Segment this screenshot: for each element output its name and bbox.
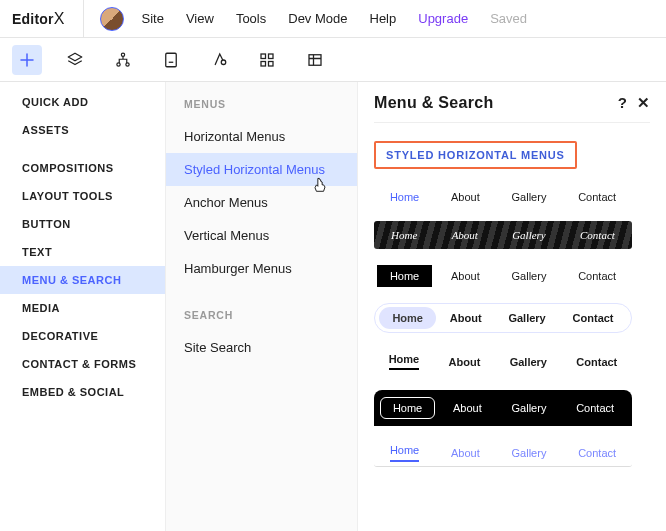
layers-tool[interactable] bbox=[60, 45, 90, 75]
svg-point-2 bbox=[126, 62, 129, 65]
menu-item: Contact bbox=[564, 398, 626, 418]
panel-close-button[interactable]: ✕ bbox=[637, 94, 650, 112]
svg-rect-9 bbox=[309, 54, 321, 65]
menu-item: Contact bbox=[578, 447, 616, 459]
menu-devmode[interactable]: Dev Mode bbox=[288, 11, 347, 26]
menu-preview-3[interactable]: Home About Gallery Contact bbox=[374, 259, 632, 293]
logo: EditorX bbox=[10, 10, 75, 28]
subcategory-column: MENUS Horizontal Menus Styled Horizontal… bbox=[166, 82, 358, 531]
menu-item: About bbox=[437, 307, 495, 329]
content-panel: Menu & Search ? ✕ STYLED HORIZONTAL MENU… bbox=[358, 82, 666, 531]
sidebar-item-contact-forms[interactable]: CONTACT & FORMS bbox=[0, 350, 165, 378]
menu-item: Home bbox=[390, 191, 419, 203]
menu-preview-6[interactable]: Home About Gallery Contact bbox=[374, 390, 632, 426]
menu-item: About bbox=[449, 356, 481, 368]
theme-icon bbox=[210, 51, 228, 69]
grid-tool[interactable] bbox=[252, 45, 282, 75]
menu-help[interactable]: Help bbox=[370, 11, 397, 26]
main-area: QUICK ADD ASSETS COMPOSITIONS LAYOUT TOO… bbox=[0, 82, 666, 531]
section-label: STYLED HORIZONTAL MENUS bbox=[374, 141, 577, 169]
sidebar-item-assets[interactable]: ASSETS bbox=[0, 116, 165, 144]
sidebar-item-compositions[interactable]: COMPOSITIONS bbox=[0, 154, 165, 182]
sub-item-vertical[interactable]: Vertical Menus bbox=[166, 219, 357, 252]
menu-preview-2[interactable]: Home About Gallery Contact bbox=[374, 221, 632, 249]
panel-header: Menu & Search ? ✕ bbox=[374, 94, 650, 123]
menu-item: Gallery bbox=[512, 191, 547, 203]
menu-preview-1[interactable]: Home About Gallery Contact bbox=[374, 183, 632, 211]
menu-preview-7[interactable]: Home About Gallery Contact bbox=[374, 436, 632, 467]
menu-tools[interactable]: Tools bbox=[236, 11, 266, 26]
menu-item: About bbox=[438, 265, 493, 287]
sidebar-item-embed-social[interactable]: EMBED & SOCIAL bbox=[0, 378, 165, 406]
tool-row bbox=[0, 38, 666, 82]
menu-item: Gallery bbox=[510, 356, 547, 368]
menu-item: Home bbox=[390, 444, 419, 462]
sidebar-item-quick-add[interactable]: QUICK ADD bbox=[0, 88, 165, 116]
menu-item: Contact bbox=[560, 307, 627, 329]
menu-item: Home bbox=[380, 397, 435, 419]
svg-point-1 bbox=[117, 62, 120, 65]
hierarchy-icon bbox=[114, 51, 132, 69]
svg-rect-3 bbox=[166, 53, 177, 67]
svg-point-4 bbox=[221, 60, 226, 65]
sub-head-search: SEARCH bbox=[166, 299, 357, 331]
menu-item: Contact bbox=[578, 191, 616, 203]
grid-icon bbox=[258, 51, 276, 69]
menu-item: Gallery bbox=[500, 398, 559, 418]
left-sidebar: QUICK ADD ASSETS COMPOSITIONS LAYOUT TOO… bbox=[0, 82, 166, 531]
svg-rect-5 bbox=[261, 54, 266, 59]
svg-rect-8 bbox=[269, 61, 274, 66]
sub-head-menus: MENUS bbox=[166, 88, 357, 120]
menu-saved: Saved bbox=[490, 11, 527, 26]
top-menu: Site View Tools Dev Mode Help Upgrade Sa… bbox=[132, 11, 527, 26]
top-bar: EditorX Site View Tools Dev Mode Help Up… bbox=[0, 0, 666, 38]
section-label-wrap: STYLED HORIZONTAL MENUS bbox=[374, 141, 650, 169]
menu-item: Gallery bbox=[499, 265, 560, 287]
sub-item-site-search[interactable]: Site Search bbox=[166, 331, 357, 364]
panel-help-button[interactable]: ? bbox=[618, 94, 627, 112]
sub-item-anchor[interactable]: Anchor Menus bbox=[166, 186, 357, 219]
menu-upgrade[interactable]: Upgrade bbox=[418, 11, 468, 26]
layers-icon bbox=[66, 51, 84, 69]
menu-item: Home bbox=[379, 307, 436, 329]
sidebar-item-text[interactable]: TEXT bbox=[0, 238, 165, 266]
menu-preview-5[interactable]: Home About Gallery Contact bbox=[374, 343, 632, 380]
sidebar-item-decorative[interactable]: DECORATIVE bbox=[0, 322, 165, 350]
sidebar-item-menu-search[interactable]: MENU & SEARCH bbox=[0, 266, 165, 294]
panel-title: Menu & Search bbox=[374, 94, 494, 112]
sidebar-item-media[interactable]: MEDIA bbox=[0, 294, 165, 322]
sub-item-styled-horizontal[interactable]: Styled Horizontal Menus bbox=[166, 153, 357, 186]
table-icon bbox=[306, 51, 324, 69]
menu-item: Gallery bbox=[495, 307, 558, 329]
sub-item-label: Styled Horizontal Menus bbox=[184, 162, 325, 177]
svg-rect-7 bbox=[261, 61, 266, 66]
menu-item: Contact bbox=[565, 265, 629, 287]
menu-view[interactable]: View bbox=[186, 11, 214, 26]
menu-item: Contact bbox=[580, 229, 615, 241]
sub-item-hamburger[interactable]: Hamburger Menus bbox=[166, 252, 357, 285]
menu-item: Home bbox=[377, 265, 432, 287]
theme-tool[interactable] bbox=[204, 45, 234, 75]
menu-item: Gallery bbox=[512, 229, 546, 241]
menu-site[interactable]: Site bbox=[142, 11, 164, 26]
page-icon bbox=[162, 51, 180, 69]
menu-item: Home bbox=[391, 229, 417, 241]
sidebar-item-layout-tools[interactable]: LAYOUT TOOLS bbox=[0, 182, 165, 210]
svg-rect-6 bbox=[269, 54, 274, 59]
table-tool[interactable] bbox=[300, 45, 330, 75]
menu-item: About bbox=[452, 229, 478, 241]
menu-item: About bbox=[451, 447, 480, 459]
menu-preview-4[interactable]: Home About Gallery Contact bbox=[374, 303, 632, 333]
tree-tool[interactable] bbox=[108, 45, 138, 75]
divider bbox=[83, 0, 84, 37]
add-tool[interactable] bbox=[12, 45, 42, 75]
svg-point-0 bbox=[121, 53, 124, 56]
page-tool[interactable] bbox=[156, 45, 186, 75]
sub-item-horizontal[interactable]: Horizontal Menus bbox=[166, 120, 357, 153]
plus-icon bbox=[18, 51, 36, 69]
menu-item: Home bbox=[389, 353, 420, 370]
menu-item: About bbox=[441, 398, 494, 418]
sidebar-item-button[interactable]: BUTTON bbox=[0, 210, 165, 238]
avatar[interactable] bbox=[100, 7, 124, 31]
menu-item: About bbox=[451, 191, 480, 203]
